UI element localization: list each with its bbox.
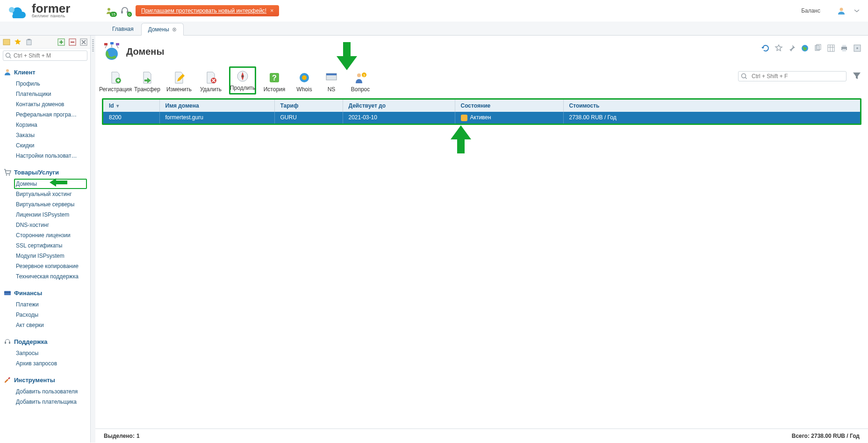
footer-bar: Выделено: 1 Всего: 2738.00 RUB / Год [95,428,868,443]
pin-icon[interactable] [788,44,796,52]
section-head-support[interactable]: Поддержка [0,336,90,347]
col-name[interactable]: Имя домена [159,100,274,112]
sidebar-item-payers[interactable]: Плательщики [14,89,87,99]
svg-rect-41 [326,73,337,75]
svg-point-1 [108,8,110,11]
footer-total-value: 2738.00 RUB / Год [811,433,860,439]
top-bar: former биллинг панель 15 0 Приглашаем пр… [0,0,868,22]
sidebar-search-input[interactable] [3,51,87,61]
grid-search-input[interactable] [738,71,846,81]
section-head-tools[interactable]: Инструменты [0,374,90,385]
sidebar-item-domain-contacts[interactable]: Контакты доменов [14,99,87,109]
user-menu[interactable] [837,7,860,15]
sidebar-item-payments[interactable]: Платежи [14,299,87,310]
tool-history[interactable]: ? История [261,69,288,94]
sidebar-item-profile[interactable]: Профиль [14,79,87,89]
sidebar-item-cart[interactable]: Корзина [14,120,87,130]
sidebar-item-dns-hosting[interactable]: DNS-хостинг [14,220,87,230]
col-price[interactable]: Стоимость [563,100,860,112]
sidebar-item-backup[interactable]: Резервное копирование [14,261,87,271]
sidebar-item-discounts[interactable]: Скидки [14,140,87,151]
plus-icon[interactable] [57,38,65,46]
tab-close-icon[interactable]: ⊗ [172,26,177,33]
svg-point-42 [357,73,361,77]
sidebar-item-isp-modules[interactable]: Модули ISPsystem [14,251,87,261]
section-head-finance[interactable]: Финансы [0,287,90,298]
cell-price: 2738.00 RUB / Год [563,112,860,123]
sidebar-item-vps[interactable]: Виртуальные серверы [14,199,87,210]
refresh-icon[interactable] [761,44,770,52]
columns-icon[interactable] [827,44,835,52]
tool-question[interactable]: ? Вопрос [347,69,374,94]
col-id[interactable]: Id▼ [103,100,159,112]
tab-home[interactable]: Главная [106,22,140,35]
footer-selected-label: Выделено: [104,433,135,439]
section-title: Инструменты [14,377,55,384]
svg-rect-7 [28,39,30,40]
sidebar-item-reconciliation[interactable]: Акт сверки [14,320,87,330]
tool-delete[interactable]: Удалить [197,69,224,94]
table-row[interactable]: 8200 formertest.guru GURU 2021-03-10 Акт… [103,112,860,123]
users-stat-icon[interactable]: 15 [105,6,115,16]
globe-small-icon[interactable] [801,44,809,52]
tool-edit[interactable]: Изменить [165,69,193,94]
sidebar-item-add-user[interactable]: Добавить пользователя [14,386,87,397]
tool-label: Продлить [230,85,255,91]
list-icon[interactable] [3,38,10,46]
svg-point-12 [6,69,9,72]
section-title: Товары/Услуги [14,169,59,176]
cloud-icon [7,3,28,19]
star-icon[interactable] [14,38,22,46]
sidebar-item-ticket-archive[interactable]: Архив запросов [14,358,87,369]
sidebar-item-orders[interactable]: Заказы [14,130,87,140]
settings-icon[interactable] [853,44,861,52]
section-client: Клиент Профиль Плательщики Контакты доме… [0,66,90,163]
tool-renew[interactable]: Продлить [229,66,256,94]
svg-rect-18 [9,341,10,344]
sidebar-item-shared-hosting[interactable]: Виртуальный хостинг [14,189,87,199]
tool-ns[interactable]: NS [321,69,342,94]
svg-rect-22 [116,43,119,45]
logo[interactable]: former биллинг панель [7,3,100,19]
close-icon[interactable] [80,38,87,46]
support-stat-icon[interactable]: 0 [120,6,130,16]
tab-domains[interactable]: Домены ⊗ [141,23,184,36]
sidebar-item-techsupport[interactable]: Техническая поддержка [14,271,87,282]
tool-label: Удалить [200,86,222,93]
domains-table: Id▼ Имя домена Тариф Действует до Состоя… [102,98,861,125]
sidebar-item-ext-licenses[interactable]: Сторонние лицензии [14,230,87,240]
svg-rect-17 [5,341,6,344]
star-outline-icon[interactable] [775,44,783,52]
svg-rect-15 [4,291,11,295]
section-head-client[interactable]: Клиент [0,66,90,78]
sidebar-item-user-settings[interactable]: Настройки пользоват… [14,151,87,161]
minus-icon[interactable] [69,38,76,46]
promo-close-icon[interactable]: × [270,7,273,14]
sidebar-item-referral[interactable]: Реферальная програ… [14,109,87,120]
promo-banner-text[interactable]: Приглашаем протестировать новый интерфей… [141,7,266,14]
col-state[interactable]: Состояние [455,100,563,112]
tool-register[interactable]: Регистрация [102,69,129,94]
tool-whois[interactable]: Whois [293,69,316,94]
splitter[interactable] [91,36,95,443]
sidebar-item-isp-licenses[interactable]: Лицензии ISPsystem [14,210,87,220]
grid-search [738,71,846,81]
sidebar-item-add-payer[interactable]: Добавить плательщика [14,397,87,407]
headset-icon [4,338,11,345]
filter-icon[interactable] [852,71,861,80]
head-tools [761,44,861,52]
col-expires[interactable]: Действует до [343,100,455,112]
clipboard-icon[interactable] [25,38,33,46]
balance-label[interactable]: Баланс [801,7,820,14]
col-tariff[interactable]: Тариф [274,100,343,112]
sidebar-item-ssl[interactable]: SSL сертификаты [14,240,87,251]
print-icon[interactable] [840,44,848,52]
svg-point-11 [6,53,10,58]
section-head-products[interactable]: Товары/Услуги [0,167,90,178]
sidebar-item-tickets[interactable]: Запросы [14,348,87,358]
grip-icon [92,39,94,52]
copy-icon[interactable] [814,44,822,52]
sidebar-item-expenses[interactable]: Расходы [14,310,87,320]
svg-rect-2 [121,11,123,14]
tool-transfer[interactable]: Трансфер [134,69,161,94]
